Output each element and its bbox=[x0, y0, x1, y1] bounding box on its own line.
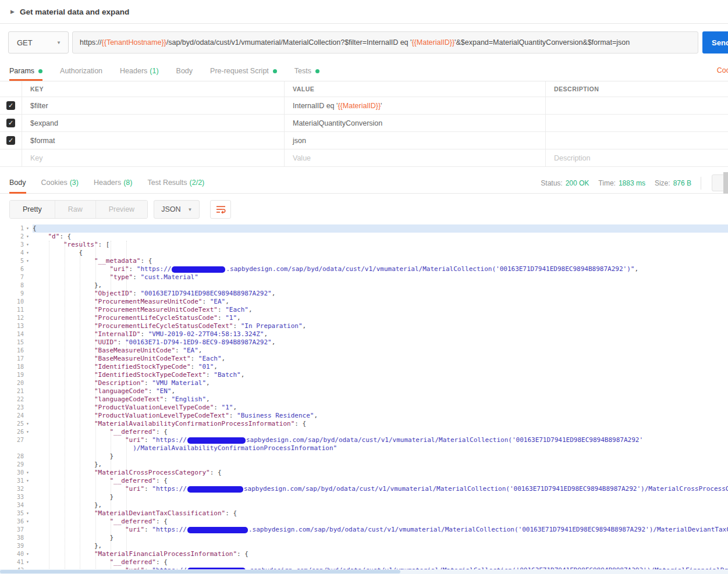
fold-caret-icon[interactable]: ▾ bbox=[24, 558, 31, 566]
request-bar: GET ▼ https://{{TenantHostname}}/sap/byd… bbox=[0, 24, 728, 61]
json-string: "01" bbox=[198, 363, 214, 370]
code-line: 39 }, bbox=[0, 542, 728, 550]
param-value[interactable]: json bbox=[285, 132, 546, 149]
response-tab-test-results[interactable]: Test Results(2/2) bbox=[147, 172, 204, 194]
horizontal-scrollbar[interactable] bbox=[0, 569, 728, 574]
param-description[interactable] bbox=[546, 97, 728, 114]
param-description[interactable] bbox=[546, 115, 728, 131]
tab-count-badge: (8) bbox=[123, 179, 132, 187]
param-description-placeholder[interactable]: Description bbox=[546, 149, 728, 166]
json-string: "EN" bbox=[156, 387, 172, 395]
param-checkbox-cell: ✓ bbox=[0, 97, 22, 114]
json-punctuation: } bbox=[109, 534, 113, 541]
json-string: "1" bbox=[225, 314, 237, 322]
response-body-editor[interactable]: 1▾{2▾ "d": {3▾ "results": [4▾ {5▾ "__met… bbox=[0, 224, 728, 574]
fold-caret-icon[interactable]: ▾ bbox=[24, 241, 31, 249]
fold-caret-icon[interactable]: ▾ bbox=[24, 249, 31, 257]
tab-authorization[interactable]: Authorization bbox=[60, 61, 102, 81]
tab-count-badge: (2/2) bbox=[190, 179, 205, 187]
vertical-scrollbar-thumb[interactable] bbox=[723, 172, 728, 194]
json-key: "ProcurementLifeCycleStatusCodeText" bbox=[94, 322, 233, 330]
param-key[interactable]: $format bbox=[22, 132, 285, 149]
tab-body[interactable]: Body bbox=[176, 61, 193, 81]
response-tab-headers[interactable]: Headers(8) bbox=[94, 172, 133, 194]
fold-caret-icon[interactable]: ▾ bbox=[24, 550, 31, 558]
gutter: 3▾ bbox=[0, 241, 33, 249]
response-tab-cookies[interactable]: Cookies(3) bbox=[41, 172, 79, 194]
param-key[interactable]: $filter bbox=[22, 97, 285, 114]
fold-caret-icon[interactable]: ▾ bbox=[24, 518, 31, 526]
param-value[interactable]: InternalID eq '{{MaterialID}}' bbox=[285, 97, 546, 114]
param-checkbox[interactable]: ✓ bbox=[6, 101, 15, 110]
tab-params[interactable]: Params bbox=[9, 61, 42, 81]
tab-tests[interactable]: Tests bbox=[294, 61, 319, 81]
param-description[interactable] bbox=[546, 132, 728, 149]
json-key: "MaterialAvailabilityConfirmationProcess… bbox=[94, 420, 294, 427]
gutter: 40▾ bbox=[0, 550, 33, 558]
param-checkbox[interactable]: ✓ bbox=[6, 119, 15, 127]
json-punctuation: , bbox=[303, 322, 307, 330]
tab-label: Headers bbox=[120, 67, 147, 75]
code-text: "BaseMeasureUnitCodeText": "Each", bbox=[33, 355, 728, 363]
code-line: 4▾ { bbox=[0, 249, 728, 257]
horizontal-scrollbar-thumb[interactable] bbox=[0, 570, 400, 573]
code-text: "ProcurementLifeCycleStatusCode": "1", bbox=[33, 314, 728, 322]
fold-caret-icon[interactable]: ▾ bbox=[24, 233, 31, 241]
tab-label: Headers bbox=[94, 179, 121, 187]
param-key-placeholder[interactable]: Key bbox=[22, 149, 285, 166]
json-punctuation: : { bbox=[156, 558, 168, 566]
code-text: "uri": "https://.sapbydesign.com/sap/byd… bbox=[33, 265, 728, 273]
json-punctuation: : bbox=[148, 387, 156, 395]
redaction-scribble bbox=[187, 437, 246, 444]
fold-caret-icon[interactable]: ▾ bbox=[24, 420, 31, 428]
fold-caret-icon[interactable]: ▾ bbox=[24, 257, 31, 265]
fold-caret-icon[interactable]: ▾ bbox=[24, 224, 31, 233]
tab-pre-request-script[interactable]: Pre-request Script bbox=[210, 61, 277, 81]
line-number: 19 bbox=[4, 371, 24, 379]
view-mode-raw[interactable]: Raw bbox=[55, 201, 96, 218]
tab-headers[interactable]: Headers(1) bbox=[120, 61, 159, 81]
fold-caret-icon[interactable]: ▾ bbox=[24, 428, 31, 436]
json-punctuation: : bbox=[229, 412, 237, 419]
code-text: "uri": "https://sapbydesign.com/sap/byd/… bbox=[33, 436, 728, 444]
json-punctuation: { bbox=[79, 249, 83, 256]
code-line: 11 "ProcurementMeasureUnitCodeText": "Ea… bbox=[0, 306, 728, 314]
params-header-description: DESCRIPTION bbox=[546, 81, 728, 97]
code-line: 5▾ "__metadata": { bbox=[0, 257, 728, 265]
gutter bbox=[0, 444, 33, 452]
collapse-arrow-icon[interactable]: ▶ bbox=[10, 9, 15, 15]
json-string: sapbydesign.com/sap/byd/odata/cust/v1/vm… bbox=[244, 485, 728, 493]
json-punctuation: , bbox=[233, 404, 237, 411]
gutter: 21 bbox=[0, 387, 33, 395]
line-number: 11 bbox=[4, 306, 24, 314]
language-select[interactable]: JSON ▼ bbox=[154, 200, 200, 219]
wrap-lines-button[interactable] bbox=[210, 200, 231, 219]
gutter: 38 bbox=[0, 534, 33, 542]
cookies-link[interactable]: Cookies bbox=[717, 66, 728, 74]
code-text: } bbox=[33, 534, 728, 542]
code-line: 7 "type": "cust.Material" bbox=[0, 273, 728, 281]
fold-caret-icon[interactable]: ▾ bbox=[24, 509, 31, 518]
code-line: 10 "ProcurementMeasureUnitCode": "EA", bbox=[0, 298, 728, 306]
param-key[interactable]: $expand bbox=[22, 115, 285, 131]
json-key: "ProcurementMeasureUnitCode" bbox=[94, 298, 202, 305]
param-checkbox[interactable]: ✓ bbox=[6, 136, 15, 145]
param-value[interactable]: MaterialQuantityConversion bbox=[285, 115, 546, 131]
json-key: "uri" bbox=[125, 436, 144, 444]
json-string: "cust.Material" bbox=[140, 273, 198, 281]
param-value-placeholder[interactable]: Value bbox=[285, 149, 546, 166]
fold-caret-icon[interactable]: ▾ bbox=[24, 469, 31, 477]
method-select[interactable]: GET ▼ bbox=[8, 31, 69, 54]
view-mode-preview[interactable]: Preview bbox=[96, 201, 147, 218]
fold-caret-icon[interactable]: ▾ bbox=[24, 477, 31, 485]
url-text: https:// bbox=[80, 38, 102, 47]
code-text: "__deferred": { bbox=[33, 558, 728, 566]
response-viewer-toolbar: PrettyRawPreview JSON ▼ bbox=[0, 194, 728, 224]
code-text: }, bbox=[33, 501, 728, 509]
json-punctuation: , bbox=[198, 347, 203, 354]
response-tab-body[interactable]: Body bbox=[9, 172, 26, 194]
send-button[interactable]: Send bbox=[702, 31, 728, 54]
url-input[interactable]: https://{{TenantHostname}}/sap/byd/odata… bbox=[72, 31, 698, 54]
view-mode-pretty[interactable]: Pretty bbox=[10, 201, 55, 218]
json-punctuation: , bbox=[314, 412, 318, 419]
